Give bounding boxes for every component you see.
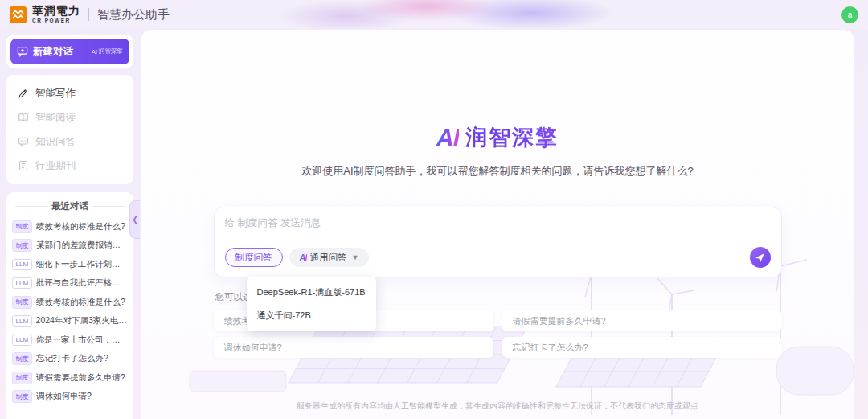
chat-title: 细化下一步工作计划中的"定期检查... <box>36 259 128 270</box>
chat-type-badge: LLM <box>12 259 32 270</box>
chat-title: 忘记打卡了怎么办? <box>36 353 108 364</box>
paper-plane-icon <box>755 253 765 263</box>
message-input[interactable] <box>225 216 771 244</box>
chat-type-badge: 制度 <box>12 372 32 384</box>
ai-disclaimer: 服务器生成的所有内容均由人工智能模型生成，其生成内容的准确性和完整性无法保证，不… <box>141 401 854 412</box>
chat-title: 2024年对下属3家火电和3家新能源... <box>36 315 128 327</box>
recent-chats-panel: 最近对话 制度 绩效考核的标准是什么? 制度 某部门的差旅费报销单据中，发现..… <box>6 192 133 419</box>
sidebar-item-smart-writing[interactable]: 智能写作 <box>6 81 133 105</box>
brand-name-cn: 華潤電力 <box>32 6 80 17</box>
sidebar-item-label: 行业期刊 <box>35 159 76 173</box>
suggestion-card[interactable]: 调休如何申请? <box>214 337 493 358</box>
chat-title: 某部门的差旅费报销单据中，发现... <box>36 240 128 251</box>
product-logo: AI 润智深擎 <box>214 123 782 152</box>
chevron-down-icon: ▼ <box>352 253 359 261</box>
brand-name-en: CR POWER <box>32 18 80 24</box>
model-selector-pill[interactable]: AI 通用问答 ▼ <box>289 248 370 267</box>
new-chat-label: 新建对话 <box>33 45 73 59</box>
chat-type-badge: 制度 <box>12 296 32 309</box>
welcome-message: 欢迎使用AI制度问答助手，我可以帮您解答制度相关的问题，请告诉我您想了解什么? <box>214 164 782 179</box>
sidebar-item-smart-reading[interactable]: 智能阅读 <box>6 105 133 129</box>
model-option[interactable]: DeepSeek-R1-满血版-671B <box>247 281 376 304</box>
sidebar-item-label: 智能阅读 <box>35 111 76 125</box>
model-option[interactable]: 通义千问-72B <box>247 304 376 327</box>
chat-title: 绩效考核的标准是什么? <box>36 221 125 232</box>
chat-type-badge: 制度 <box>12 390 32 403</box>
top-header: 華潤電力 CR POWER 智慧办公助手 a <box>0 0 868 29</box>
suggestion-card[interactable]: 请假需要提前多久申请? <box>502 310 782 331</box>
chat-welcome-area: AI 润智深擎 欢迎使用AI制度问答助手，我可以帮您解答制度相关的问题，请告诉我… <box>214 30 782 358</box>
input-toolbar: 制度问答 AI 通用问答 ▼ <box>225 247 771 268</box>
new-chat-product-badge: AI 润智深擎 <box>92 47 123 55</box>
chat-type-badge: 制度 <box>12 239 32 252</box>
user-avatar[interactable]: a <box>841 6 858 23</box>
chat-bubble-icon <box>18 136 29 147</box>
message-input-card: 制度问答 AI 通用问答 ▼ DeepSeek-R1-满血版-671B <box>214 207 782 277</box>
recent-chats-list: 制度 绩效考核的标准是什么? 制度 某部门的差旅费报销单据中，发现... LLM… <box>12 217 128 406</box>
sidebar-item-industry-journal[interactable]: 行业期刊 <box>6 154 133 178</box>
new-chat-card: 新建对话 AI 润智深擎 <box>6 35 133 68</box>
recent-chat-item[interactable]: 制度 绩效考核的标准是什么? <box>12 293 128 312</box>
chevron-left-icon: ❮ <box>132 216 138 224</box>
recent-chat-item[interactable]: 制度 某部门的差旅费报销单据中，发现... <box>12 236 128 256</box>
main-panel: AI 润智深擎 欢迎使用AI制度问答助手，我可以帮您解答制度相关的问题，请告诉我… <box>141 30 854 419</box>
sidebar: 新建对话 AI 润智深擎 智能写作 智能阅读 <box>0 29 138 419</box>
app-title: 智慧办公助手 <box>97 7 170 23</box>
chat-type-badge: 制度 <box>12 220 32 233</box>
ai-logo-icon: AI <box>436 124 459 151</box>
book-icon <box>18 112 29 123</box>
new-chat-button[interactable]: 新建对话 AI 润智深擎 <box>10 39 129 64</box>
company-logo: 華潤電力 CR POWER <box>10 6 80 24</box>
sidebar-item-label: 智能写作 <box>35 87 76 101</box>
sidebar-collapse-handle[interactable]: ❮ <box>129 200 140 239</box>
new-chat-icon <box>17 46 28 57</box>
chat-title: 你是一家上市公司，公司规模2万余... <box>36 335 128 346</box>
chat-title: 绩效考核的标准是什么? <box>36 297 125 308</box>
recent-chat-item[interactable]: 制度 调休如何申请? <box>12 388 128 407</box>
cr-power-logo-icon <box>10 6 27 23</box>
recent-chat-item[interactable]: LLM 细化下一步工作计划中的"定期检查... <box>12 255 128 274</box>
sidebar-item-knowledge-qa[interactable]: 知识问答 <box>6 129 133 154</box>
recent-chats-header: 最近对话 <box>15 200 125 212</box>
header-divider <box>88 8 89 21</box>
chat-title: 调休如何申请? <box>36 391 92 402</box>
model-dropdown-menu: DeepSeek-R1-满血版-671B 通义千问-72B <box>247 277 376 331</box>
pen-icon <box>18 88 29 99</box>
chat-title: 请假需要提前多久申请? <box>36 372 125 384</box>
chat-type-badge: LLM <box>12 277 32 289</box>
send-button[interactable] <box>750 247 771 268</box>
suggestion-card[interactable]: 忘记打卡了怎么办? <box>502 337 782 358</box>
mode-pill-policy-qa[interactable]: 制度问答 <box>225 248 283 267</box>
sidebar-menu: 智能写作 智能阅读 知识问答 行业期刊 <box>6 75 133 184</box>
recent-chat-item[interactable]: 制度 忘记打卡了怎么办? <box>12 350 128 369</box>
ai-icon: AI <box>300 253 307 262</box>
sidebar-item-label: 知识问答 <box>35 135 76 149</box>
chat-title: 批评与自我批评严格对照3个方面查... <box>36 277 128 289</box>
recent-chat-item[interactable]: LLM 批评与自我批评严格对照3个方面查... <box>12 274 128 294</box>
chat-type-badge: LLM <box>12 315 32 327</box>
chat-type-badge: 制度 <box>12 352 32 365</box>
recent-chat-item[interactable]: 制度 请假需要提前多久申请? <box>12 368 128 388</box>
journal-icon <box>18 160 29 171</box>
chat-type-badge: LLM <box>12 335 32 346</box>
recent-chats-title: 最近对话 <box>51 200 88 212</box>
recent-chat-item[interactable]: LLM 2024年对下属3家火电和3家新能源... <box>12 312 128 331</box>
recent-chat-item[interactable]: 制度 绩效考核的标准是什么? <box>12 217 128 236</box>
product-name: 润智深擎 <box>465 123 559 152</box>
recent-chat-item[interactable]: LLM 你是一家上市公司，公司规模2万余... <box>12 331 128 350</box>
